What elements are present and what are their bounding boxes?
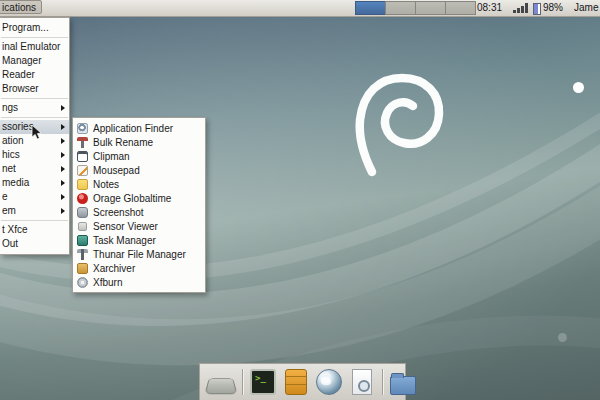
menu-item-label: em bbox=[2, 205, 16, 216]
menu-item-label: Out bbox=[2, 238, 18, 249]
submenu-item-label: Bulk Rename bbox=[93, 137, 153, 148]
submenu-item[interactable]: Task Manager bbox=[73, 233, 205, 247]
menu-separator bbox=[1, 98, 68, 99]
battery-icon[interactable] bbox=[533, 3, 541, 15]
submenu-item[interactable]: Orage Globaltime bbox=[73, 191, 205, 205]
workspace-3[interactable] bbox=[415, 1, 445, 15]
submenu-item-label: Notes bbox=[93, 179, 119, 190]
menu-separator bbox=[1, 220, 68, 221]
sensor-viewer-icon bbox=[78, 222, 87, 231]
submenu-item-label: Xfburn bbox=[93, 277, 122, 288]
submenu-item[interactable]: Xarchiver bbox=[73, 261, 205, 275]
menu-item-label: Program... bbox=[2, 22, 49, 33]
menu-item[interactable]: Manager bbox=[0, 54, 69, 68]
menu-item[interactable]: ngs bbox=[0, 101, 69, 115]
menu-item-label: ngs bbox=[2, 102, 18, 113]
xarchiver-icon bbox=[77, 263, 88, 274]
menu-item[interactable]: e bbox=[0, 190, 69, 204]
menu-item-label: t Xfce bbox=[2, 224, 28, 235]
dock-separator bbox=[242, 369, 243, 395]
clipman-icon bbox=[77, 151, 88, 162]
submenu-item[interactable]: Sensor Viewer bbox=[73, 219, 205, 233]
menu-item-label: ssories bbox=[2, 121, 34, 132]
submenu-arrow-icon bbox=[61, 208, 65, 214]
show-desktop-icon[interactable] bbox=[204, 378, 237, 394]
menu-item-label: net bbox=[2, 163, 16, 174]
web-browser-icon[interactable] bbox=[316, 369, 342, 395]
application-finder-icon bbox=[77, 123, 88, 134]
submenu-item[interactable]: Notes bbox=[73, 177, 205, 191]
submenu-item[interactable]: Application Finder bbox=[73, 121, 205, 135]
menu-item[interactable]: net bbox=[0, 162, 69, 176]
menu-item[interactable]: Program... bbox=[0, 21, 69, 35]
submenu-item-label: Sensor Viewer bbox=[93, 221, 158, 232]
notes-icon bbox=[77, 179, 88, 190]
submenu-arrow-icon bbox=[61, 166, 65, 172]
submenu-item-label: Mousepad bbox=[93, 165, 140, 176]
submenu-arrow-icon bbox=[61, 180, 65, 186]
username-menu[interactable]: Jame bbox=[574, 2, 598, 13]
network-signal-icon[interactable] bbox=[513, 3, 529, 13]
menu-item-label: Browser bbox=[2, 83, 39, 94]
orage-globaltime-icon bbox=[77, 193, 88, 204]
screenshot-icon bbox=[77, 207, 88, 218]
submenu-item-label: Clipman bbox=[93, 151, 130, 162]
submenu-arrow-icon bbox=[61, 124, 65, 130]
submenu-item-label: Xarchiver bbox=[93, 263, 135, 274]
mouse-cursor bbox=[31, 124, 43, 141]
submenu-arrow-icon bbox=[61, 194, 65, 200]
xfburn-icon bbox=[77, 277, 88, 288]
dock-separator bbox=[382, 369, 383, 395]
desktop: ications 08:31 98% Jame Program...inal E… bbox=[0, 0, 600, 400]
dock bbox=[199, 363, 406, 400]
submenu-item-label: Orage Globaltime bbox=[93, 193, 171, 204]
menu-item[interactable]: Browser bbox=[0, 82, 69, 96]
workspace-2[interactable] bbox=[385, 1, 415, 15]
menu-item-label: hics bbox=[2, 149, 20, 160]
menu-item[interactable]: media bbox=[0, 176, 69, 190]
menu-item[interactable]: em bbox=[0, 204, 69, 218]
menu-item-label: ation bbox=[2, 135, 24, 146]
menu-item[interactable]: t Xfce bbox=[0, 223, 69, 237]
battery-percent: 98% bbox=[543, 2, 563, 13]
menu-separator bbox=[1, 37, 68, 38]
submenu-item[interactable]: Clipman bbox=[73, 149, 205, 163]
top-panel: ications 08:31 98% Jame bbox=[0, 0, 600, 17]
submenu-item[interactable]: Bulk Rename bbox=[73, 135, 205, 149]
menu-item-label: media bbox=[2, 177, 29, 188]
menu-item-label: Manager bbox=[2, 55, 41, 66]
application-finder-icon[interactable] bbox=[352, 369, 372, 395]
desktop-dot-faint bbox=[558, 333, 567, 342]
workspace-switcher[interactable] bbox=[355, 1, 476, 15]
thunar-icon bbox=[77, 249, 88, 260]
submenu-arrow-icon bbox=[61, 152, 65, 158]
accessories-submenu: Application FinderBulk RenameClipmanMous… bbox=[72, 117, 206, 293]
desktop-dot bbox=[573, 82, 584, 93]
file-drawer-icon[interactable] bbox=[285, 369, 307, 395]
task-manager-icon bbox=[77, 235, 88, 246]
submenu-item[interactable]: Thunar File Manager bbox=[73, 247, 205, 261]
applications-menu-button[interactable]: ications bbox=[0, 0, 42, 14]
submenu-arrow-icon bbox=[61, 105, 65, 111]
menu-item[interactable]: hics bbox=[0, 148, 69, 162]
menu-item[interactable]: inal Emulator bbox=[0, 40, 69, 54]
menu-item[interactable]: Out bbox=[0, 237, 69, 251]
submenu-item[interactable]: Xfburn bbox=[73, 275, 205, 289]
menu-item-label: e bbox=[2, 191, 8, 202]
terminal-icon[interactable] bbox=[250, 369, 276, 395]
menu-item-label: inal Emulator bbox=[2, 41, 60, 52]
menu-separator bbox=[1, 117, 68, 118]
submenu-item-label: Screenshot bbox=[93, 207, 144, 218]
submenu-item[interactable]: Screenshot bbox=[73, 205, 205, 219]
workspace-1[interactable] bbox=[355, 1, 385, 15]
menu-item[interactable]: Reader bbox=[0, 68, 69, 82]
file-manager-icon[interactable] bbox=[390, 376, 416, 395]
submenu-item-label: Thunar File Manager bbox=[93, 249, 186, 260]
submenu-item-label: Application Finder bbox=[93, 123, 173, 134]
clock: 08:31 bbox=[477, 2, 502, 13]
mousepad-icon bbox=[77, 165, 88, 176]
submenu-item[interactable]: Mousepad bbox=[73, 163, 205, 177]
menu-item-label: Reader bbox=[2, 69, 35, 80]
workspace-4[interactable] bbox=[445, 1, 476, 15]
submenu-item-label: Task Manager bbox=[93, 235, 156, 246]
